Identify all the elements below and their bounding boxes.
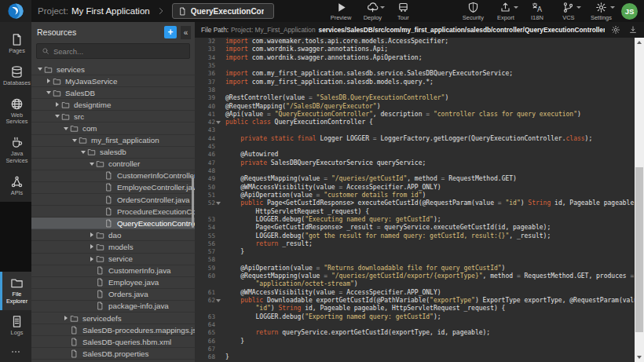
expand-arrow-open-icon[interactable]: [72, 139, 77, 142]
tree-item-label: CustomerInfoController.java: [117, 171, 195, 180]
tree-item-controller[interactable]: controller: [31, 159, 195, 170]
expand-arrow-open-icon[interactable]: [81, 151, 86, 154]
deploy-button[interactable]: Deploy: [363, 2, 382, 21]
tree-item-servicedefs[interactable]: servicedefs: [31, 313, 195, 324]
expand-arrow-closed-icon[interactable]: [56, 102, 59, 107]
tree-item-label: SalesDB: [65, 89, 95, 97]
scrollbar-thumb[interactable]: [635, 167, 643, 332]
add-resource-button[interactable]: +: [164, 26, 177, 38]
tree-item-employee-java[interactable]: Employee.java: [31, 277, 195, 289]
tree-item-orderscontroller-java[interactable]: OrdersController.java: [31, 194, 195, 206]
code-line: 61 @WMAccessVisibility(value = AccessSpe…: [195, 289, 635, 297]
export-button[interactable]: Export: [496, 2, 515, 21]
resources-header: Resources + «: [31, 22, 195, 42]
expand-arrow-open-icon[interactable]: [64, 127, 68, 130]
file-icon: [70, 338, 79, 346]
code-line: 62 public Downloadable exportGetCustId(@…: [195, 297, 635, 305]
expand-arrow-closed-icon[interactable]: [90, 257, 93, 261]
code-line: 35: [195, 62, 635, 70]
collapse-panel-button[interactable]: «: [181, 26, 191, 39]
tree-item-customerinfocontroller-java[interactable]: CustomerInfoController.java: [31, 170, 195, 182]
code-text: public class QueryExecutionController {: [221, 119, 635, 126]
database-icon: [10, 65, 24, 79]
fold-caret-icon[interactable]: [216, 121, 221, 124]
tree-item-customerinfo-java[interactable]: CustomerInfo.java: [31, 265, 195, 277]
fold-caret-icon[interactable]: [216, 299, 221, 302]
tree-item-salesdb-procedures-mappings-json[interactable]: SalesDB-procedures.mappings.json: [31, 324, 195, 336]
tree-item-salesdb[interactable]: salesdb: [31, 147, 195, 159]
tree-item-myjavaservice[interactable]: MyJavaService: [31, 75, 195, 87]
i18n-button[interactable]: AI18N: [528, 2, 547, 21]
folder-icon: [10, 276, 24, 290]
api-icon: [10, 175, 24, 188]
tree-item-procedureexecutioncontroller-java[interactable]: ProcedureExecutionController.java: [31, 206, 195, 218]
search-input[interactable]: [53, 47, 185, 56]
code-line: 57 }: [195, 248, 635, 256]
line-number: 66: [195, 338, 215, 346]
code-text: private SalesDBQueryExecutorService quer…: [221, 159, 635, 167]
tree-item-queryexecutioncontroller-java[interactable]: QueryExecutionController.java: [31, 218, 195, 229]
code-text: import com.my_first_application.salesdb.…: [221, 70, 635, 78]
sidebar-item-logs[interactable]: Logs: [0, 310, 31, 342]
tree-item-src[interactable]: src: [31, 111, 195, 122]
preview-button[interactable]: Preview: [331, 2, 352, 21]
tree-item-services[interactable]: services: [31, 64, 195, 75]
tree-item-com[interactable]: com: [31, 122, 195, 134]
tree-item-my-first-application[interactable]: my_first_application: [31, 135, 195, 147]
sidebar-item-databases[interactable]: Databases: [0, 60, 31, 93]
tree-item-salesdb-queries-hbm-xml[interactable]: SalesDB-queries.hbm.xml: [31, 336, 195, 348]
vcs-button[interactable]: VCS: [559, 2, 578, 21]
expand-arrow-closed-icon[interactable]: [64, 316, 68, 320]
sidebar-item-label: Java Services: [3, 151, 31, 165]
scroll-up-arrow[interactable]: [635, 38, 644, 47]
expand-arrow-closed-icon[interactable]: [47, 79, 50, 83]
gear-icon: [611, 25, 620, 35]
sidebar-item-apis[interactable]: APIs: [0, 170, 31, 203]
code-text: private static final Logger LOGGER = Log…: [221, 135, 635, 143]
tree-item-label: src: [74, 112, 84, 121]
tree-item-orders-java[interactable]: Orders.java: [31, 289, 195, 301]
line-number: 65: [195, 329, 215, 337]
expand-arrow-open-icon[interactable]: [46, 91, 51, 94]
tree-item-designtime[interactable]: designtime: [31, 99, 195, 111]
tour-button[interactable]: Tour: [393, 2, 412, 21]
expand-arrow-open-icon[interactable]: [55, 115, 60, 118]
fold-caret-icon[interactable]: [216, 202, 221, 205]
tree-scrollbar[interactable]: [192, 177, 194, 228]
sidebar-item-file-explorer[interactable]: File Explorer: [0, 272, 31, 311]
scroll-down-arrow[interactable]: [635, 353, 644, 362]
tree-item-dao[interactable]: dao: [31, 229, 195, 241]
sidebar-item-web-services[interactable]: Web Services: [0, 93, 31, 132]
file-icon: [70, 326, 79, 335]
code-line: "application/octet-stream"): [195, 280, 635, 288]
code-editor[interactable]: 32import com.wavemaker.tools.api.core.mo…: [195, 38, 644, 362]
sidebar-item-java-services[interactable]: Java Services: [0, 131, 31, 170]
tree-item-salesdb[interactable]: SalesDB: [31, 87, 195, 99]
code-text: import com.my_first_application.salesdb.…: [221, 79, 635, 86]
action-label: VCS: [562, 14, 574, 21]
more-options-button[interactable]: [10, 346, 21, 357]
file-settings-gear-icon[interactable]: [611, 25, 620, 35]
settings-button[interactable]: Settings: [591, 2, 612, 21]
line-number: 58: [195, 256, 215, 264]
tree-item-employeecontroller-java[interactable]: EmployeeController.java: [31, 182, 195, 194]
expand-arrow-open-icon[interactable]: [90, 163, 94, 166]
tree-item-salesdb-properties[interactable]: SalesDB.properties: [31, 348, 195, 360]
tree-item-models[interactable]: models: [31, 241, 195, 253]
editor-scrollbar[interactable]: [635, 38, 644, 362]
folder-icon: [61, 112, 70, 121]
download-file-icon[interactable]: [628, 25, 638, 35]
action-label: Deploy: [364, 14, 382, 21]
tree-item-service[interactable]: service: [31, 254, 195, 265]
avatar[interactable]: JS: [621, 3, 638, 20]
open-file-dropdown[interactable]: QueryExecutionCon...: [172, 3, 274, 19]
sidebar-item-pages[interactable]: Pages: [0, 28, 31, 60]
tree-item-package-info-java[interactable]: package-info.java: [31, 301, 195, 313]
wavemaker-logo[interactable]: [0, 0, 31, 22]
expand-arrow-open-icon[interactable]: [38, 68, 42, 71]
line-number: 32: [195, 38, 215, 46]
security-button[interactable]: Security: [463, 2, 484, 21]
expand-arrow-closed-icon[interactable]: [90, 244, 93, 249]
expand-arrow-slot: [79, 151, 87, 154]
expand-arrow-closed-icon[interactable]: [90, 232, 93, 237]
